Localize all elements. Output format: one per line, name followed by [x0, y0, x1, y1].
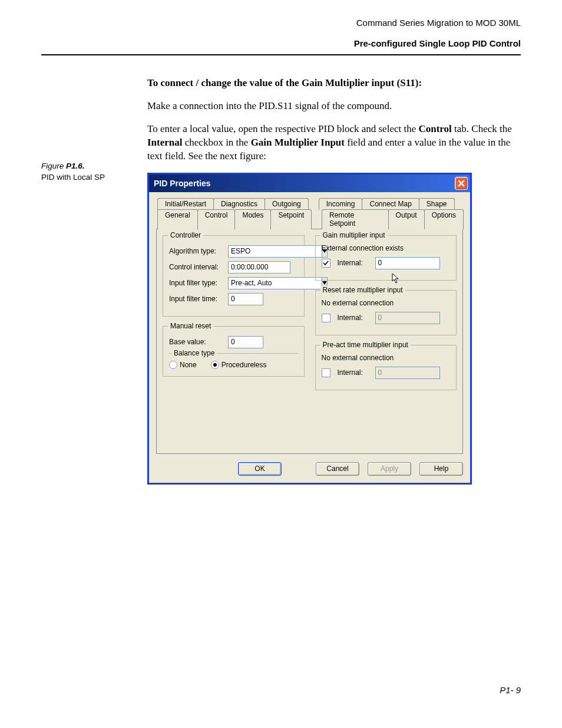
- close-icon: [458, 180, 465, 187]
- manual-reset-group: Manual reset Base value: Balance type: [163, 326, 305, 377]
- tab-modes[interactable]: Modes: [234, 209, 271, 229]
- algorithm-type-select[interactable]: [228, 245, 294, 258]
- gain-status-text: External connection exists: [322, 244, 451, 252]
- algorithm-type-label: Algorithm type:: [169, 247, 223, 255]
- doc-header-line2: Pre-configured Single Loop PID Control: [41, 38, 521, 48]
- tab-output[interactable]: Output: [388, 209, 425, 229]
- check-icon: [323, 260, 329, 266]
- tab-options[interactable]: Options: [424, 209, 464, 229]
- header-rule: [41, 54, 521, 55]
- preact-time-group: Pre-act time multiplier input No externa…: [315, 345, 457, 390]
- figure-caption: PID with Local SP: [41, 173, 147, 182]
- doc-header-line1: Command Series Migration to MOD 30ML: [41, 18, 521, 28]
- balance-procedureless-radio[interactable]: Procedureless: [211, 361, 267, 369]
- controller-group: Controller Algorithm type:: [163, 235, 305, 317]
- control-interval-input[interactable]: [228, 261, 290, 274]
- input-filter-time-input[interactable]: [228, 293, 263, 305]
- input-filter-time-label: Input filter time:: [169, 295, 223, 303]
- gain-multiplier-legend: Gain multiplier input: [320, 231, 388, 239]
- manual-reset-legend: Manual reset: [168, 322, 213, 330]
- tab-remote-setpoint[interactable]: Remote Setpoint: [322, 209, 389, 229]
- reset-rate-group: Reset rate multiplier input No external …: [315, 290, 457, 335]
- balance-none-radio[interactable]: None: [169, 361, 197, 369]
- preact-internal-label: Internal:: [338, 368, 371, 377]
- gain-multiplier-group: Gain multiplier input External connectio…: [315, 235, 457, 281]
- preact-time-legend: Pre-act time multiplier input: [320, 341, 411, 349]
- tab-setpoint[interactable]: Setpoint: [270, 209, 312, 229]
- cancel-button[interactable]: Cancel: [316, 462, 359, 476]
- cursor-icon: [391, 272, 402, 284]
- pid-properties-dialog: PID Properties Initial/Restart Diagnosti…: [147, 173, 472, 485]
- gain-internal-label: Internal:: [338, 259, 371, 267]
- gain-internal-input[interactable]: [375, 257, 440, 269]
- help-button[interactable]: Help: [419, 462, 463, 476]
- tab-outgoing[interactable]: Outgoing: [265, 198, 309, 210]
- reset-internal-checkbox[interactable]: [322, 314, 330, 322]
- algorithm-type-value[interactable]: [228, 245, 322, 258]
- figure-label: Figure P1.6.: [41, 162, 147, 170]
- instruction-p2: Make a connection into the PID.S11 signa…: [147, 100, 521, 113]
- balance-type-group: Balance type None Procedureless: [169, 353, 298, 369]
- apply-button: Apply: [368, 462, 411, 476]
- preact-status-text: No external connection: [322, 354, 451, 362]
- dialog-titlebar[interactable]: PID Properties: [149, 174, 470, 192]
- input-filter-type-select[interactable]: [228, 277, 294, 289]
- preact-internal-input: [375, 367, 440, 379]
- instruction-p3: To enter a local value, open the respect…: [147, 123, 521, 163]
- controller-legend: Controller: [168, 231, 203, 239]
- tab-initial-restart[interactable]: Initial/Restart: [157, 198, 214, 210]
- input-filter-type-value[interactable]: [228, 277, 322, 289]
- tab-incoming[interactable]: Incoming: [319, 198, 363, 210]
- input-filter-type-label: Input filter type:: [169, 279, 223, 287]
- preact-internal-checkbox[interactable]: [322, 368, 330, 377]
- control-interval-label: Control interval:: [169, 263, 223, 271]
- instruction-heading: To connect / change the value of the Gai…: [147, 77, 521, 90]
- tab-connect-map[interactable]: Connect Map: [362, 198, 419, 210]
- page-number: P1- 9: [41, 685, 521, 695]
- tab-general[interactable]: General: [157, 209, 198, 229]
- reset-internal-label: Internal:: [338, 314, 371, 322]
- ok-button[interactable]: OK: [238, 462, 282, 476]
- reset-internal-input: [375, 312, 440, 324]
- reset-rate-legend: Reset rate multiplier input: [320, 286, 405, 294]
- tab-control[interactable]: Control: [197, 209, 236, 230]
- close-button[interactable]: [455, 177, 468, 190]
- reset-status-text: No external connection: [322, 299, 451, 307]
- dialog-title: PID Properties: [154, 179, 210, 188]
- tab-diagnostics[interactable]: Diagnostics: [213, 198, 265, 210]
- base-value-input[interactable]: [228, 336, 263, 348]
- control-tab-panel: Controller Algorithm type:: [156, 229, 463, 454]
- base-value-label: Base value:: [169, 338, 223, 346]
- gain-internal-checkbox[interactable]: [322, 259, 330, 268]
- tab-shape[interactable]: Shape: [419, 198, 455, 210]
- balance-type-legend: Balance type: [171, 349, 217, 357]
